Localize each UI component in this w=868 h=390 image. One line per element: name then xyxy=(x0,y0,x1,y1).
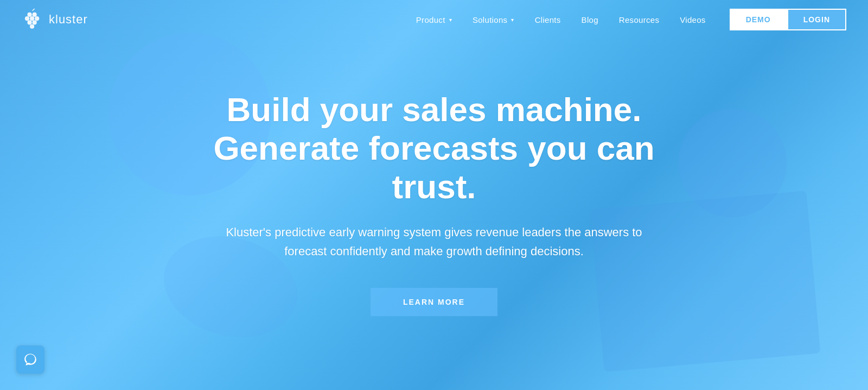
nav-links: Product ▾ Solutions ▾ Clients Blog Resou… xyxy=(409,11,713,29)
nav-product-label: Product xyxy=(416,15,445,24)
logo-text: kluster xyxy=(49,12,88,27)
svg-point-8 xyxy=(30,24,34,29)
nav-solutions-arrow: ▾ xyxy=(511,17,514,23)
navbar: kluster Product ▾ Solutions ▾ Clients Bl… xyxy=(0,0,868,39)
hero-headline: Build your sales machine. Generate forec… xyxy=(212,90,656,206)
nav-item-resources[interactable]: Resources xyxy=(611,11,667,29)
login-button[interactable]: LOGIN xyxy=(787,9,846,30)
nav-videos-label: Videos xyxy=(680,15,705,24)
hero-subtext: Kluster's predictive early warning syste… xyxy=(212,223,656,261)
chat-icon xyxy=(23,353,37,367)
nav-item-clients[interactable]: Clients xyxy=(527,11,569,29)
nav-blog-label: Blog xyxy=(582,15,598,24)
hero-content: Build your sales machine. Generate forec… xyxy=(190,90,678,316)
nav-item-solutions[interactable]: Solutions ▾ xyxy=(465,11,522,29)
nav-item-product[interactable]: Product ▾ xyxy=(409,11,459,29)
svg-point-5 xyxy=(35,16,39,21)
svg-point-2 xyxy=(33,12,37,17)
nav-item-videos[interactable]: Videos xyxy=(672,11,713,29)
demo-button[interactable]: DEMO xyxy=(730,9,787,30)
hero-section: kluster Product ▾ Solutions ▾ Clients Bl… xyxy=(0,0,868,390)
learn-more-button[interactable]: LEARN MORE xyxy=(371,288,497,316)
logo[interactable]: kluster xyxy=(22,9,88,30)
nav-product-arrow: ▾ xyxy=(449,17,452,23)
nav-clients-label: Clients xyxy=(535,15,561,24)
svg-point-7 xyxy=(33,20,37,24)
hero-headline-line1: Build your sales machine. xyxy=(227,91,642,128)
svg-point-3 xyxy=(25,16,29,21)
nav-item-blog[interactable]: Blog xyxy=(574,11,606,29)
svg-point-6 xyxy=(27,20,31,24)
nav-resources-label: Resources xyxy=(619,15,659,24)
hero-headline-line2: Generate forecasts you can trust. xyxy=(213,129,654,205)
chat-widget[interactable] xyxy=(16,345,44,374)
svg-point-1 xyxy=(27,12,31,17)
nav-buttons: DEMO LOGIN xyxy=(730,9,846,30)
svg-line-0 xyxy=(33,9,35,11)
nav-solutions-label: Solutions xyxy=(473,15,507,24)
svg-point-4 xyxy=(30,16,34,21)
logo-icon xyxy=(22,9,43,30)
